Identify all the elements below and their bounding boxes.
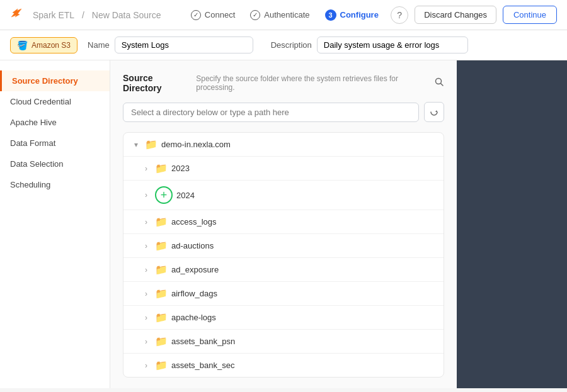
chevron-down-icon: ▾ — [131, 140, 141, 150]
tree-item-apache-logs[interactable]: › 📁 apache-logs — [123, 306, 444, 330]
svg-line-1 — [441, 84, 444, 86]
chevron-right-icon: › — [141, 164, 151, 174]
sidebar-item-source-directory[interactable]: Source Directory — [0, 70, 110, 91]
page-title: New Data Source — [92, 10, 161, 20]
app-title: Spark ETL — [33, 10, 74, 20]
directory-input-row — [123, 102, 444, 122]
step-connect-check: ✓ — [191, 10, 201, 20]
tree-item-2024[interactable]: › + 2024 — [123, 181, 444, 210]
tree-item-ad-exposure[interactable]: › 📁 ad_exposure — [123, 258, 444, 282]
tree-item-assets-bank-sec[interactable]: › 📁 assets_bank_sec — [123, 354, 444, 377]
directory-tree: ▾ 📁 demo-in.nexla.com › 📁 2023 › + 2024 … — [123, 132, 444, 378]
sidebar-item-scheduling[interactable]: Scheduling — [0, 174, 110, 195]
tree-root-label: demo-in.nexla.com — [161, 140, 231, 149]
chevron-right-icon: › — [141, 313, 151, 323]
step-authenticate-check: ✓ — [250, 10, 260, 20]
sidebar: Source Directory Cloud Credential Apache… — [0, 60, 110, 388]
refresh-icon — [430, 108, 438, 116]
sidebar-item-data-format[interactable]: Data Format — [0, 133, 110, 154]
tree-item-airflow-dags[interactable]: › 📁 airflow_dags — [123, 282, 444, 306]
tree-item-label: 2023 — [171, 164, 190, 173]
section-title: Source Directory — [123, 73, 191, 93]
sidebar-item-data-selection[interactable]: Data Selection — [0, 154, 110, 174]
tree-item-ad-auctions[interactable]: › 📁 ad-auctions — [123, 234, 444, 258]
chevron-right-icon: › — [141, 289, 151, 299]
step-authenticate-label: Authenticate — [264, 10, 309, 20]
discard-button[interactable]: Discard Changes — [415, 6, 496, 24]
section-header: Source Directory Specify the source fold… — [123, 73, 444, 93]
name-label: Name — [88, 40, 110, 50]
tree-item-label: apache-logs — [171, 313, 216, 322]
refresh-button[interactable] — [424, 102, 444, 122]
sub-header: 🪣 Amazon S3 Name Description — [0, 30, 567, 60]
app-header: Spark ETL / New Data Source ✓ Connect ✓ … — [0, 0, 567, 30]
name-input[interactable] — [115, 36, 253, 53]
chevron-right-icon: › — [141, 265, 151, 275]
tree-item-assets-bank-psn[interactable]: › 📁 assets_bank_psn — [123, 330, 444, 354]
logo-area: Spark ETL / New Data Source — [10, 8, 164, 23]
step-authenticate[interactable]: ✓ Authenticate — [250, 10, 309, 20]
chevron-right-icon: › — [141, 361, 151, 371]
description-label: Description — [271, 40, 312, 50]
tree-item-2023[interactable]: › 📁 2023 — [123, 157, 444, 181]
tree-item-label: assets_bank_psn — [171, 337, 235, 346]
expand-plus-icon[interactable]: + — [155, 186, 173, 204]
help-button[interactable]: ? — [391, 6, 408, 24]
tree-item-label: ad_exposure — [171, 265, 219, 274]
tree-item-access-logs[interactable]: › 📁 access_logs — [123, 210, 444, 234]
source-type-tag: 🪣 Amazon S3 — [10, 37, 77, 53]
tree-item-root[interactable]: ▾ 📁 demo-in.nexla.com — [123, 133, 444, 157]
description-field: Description — [271, 36, 468, 53]
step-connect[interactable]: ✓ Connect — [191, 10, 235, 20]
breadcrumb: Spark ETL / New Data Source — [30, 10, 164, 20]
chevron-right-icon: › — [141, 217, 151, 227]
continue-button[interactable]: Continue — [503, 6, 557, 24]
sidebar-item-cloud-credential[interactable]: Cloud Credential — [0, 91, 110, 112]
name-field: Name — [88, 36, 253, 53]
tree-item-label: access_logs — [171, 217, 217, 227]
search-icon — [434, 77, 444, 87]
tree-item-label: assets_bank_sec — [171, 361, 234, 370]
tree-item-label: 2024 — [176, 191, 195, 200]
right-panel — [457, 60, 567, 388]
chevron-right-icon: › — [141, 337, 151, 347]
tree-item-label: airflow_dags — [171, 289, 217, 298]
chevron-right-icon: › — [141, 241, 151, 251]
step-configure-num: 3 — [325, 9, 336, 21]
header-actions: ? Discard Changes Continue — [391, 6, 557, 24]
main-content: Source Directory Specify the source fold… — [110, 60, 457, 388]
step-configure[interactable]: 3 Configure — [325, 9, 379, 21]
sidebar-item-apache-hive[interactable]: Apache Hive — [0, 112, 110, 133]
section-description: Specify the source folder where the syst… — [196, 74, 429, 92]
spark-etl-logo — [10, 8, 25, 23]
chevron-right-icon: › — [141, 190, 151, 200]
section-search-button[interactable] — [434, 77, 444, 89]
steps-nav: ✓ Connect ✓ Authenticate 3 Configure — [179, 9, 391, 21]
main-layout: Source Directory Cloud Credential Apache… — [0, 60, 567, 388]
source-emoji: 🪣 — [17, 40, 28, 50]
tree-item-label: ad-auctions — [171, 241, 214, 250]
step-configure-label: Configure — [340, 10, 379, 20]
directory-path-input[interactable] — [123, 103, 419, 122]
source-tag-label: Amazon S3 — [32, 41, 71, 50]
description-input[interactable] — [317, 36, 468, 53]
step-connect-label: Connect — [205, 10, 235, 20]
